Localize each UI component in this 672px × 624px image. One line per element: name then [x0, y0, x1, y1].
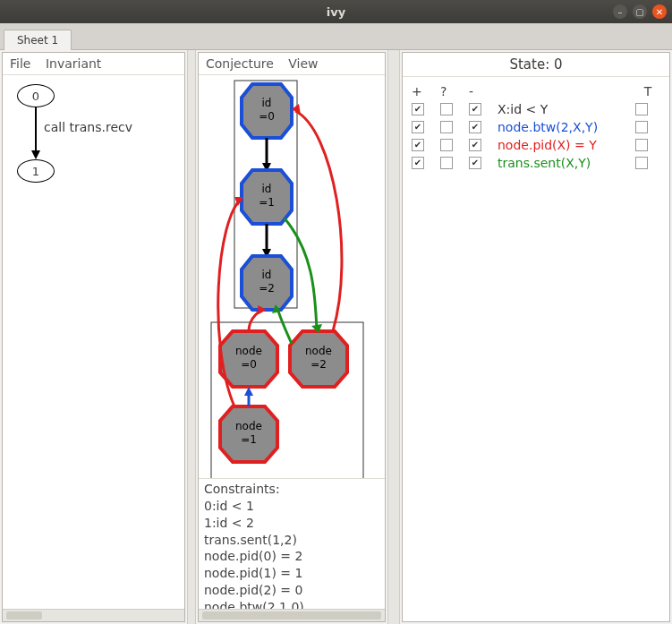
sash-left-mid[interactable] — [187, 50, 196, 624]
constraint-line: node.pid(2) = 0 — [204, 582, 379, 599]
checkbox-q[interactable] — [440, 157, 453, 169]
id-node-2[interactable]: id =2 — [242, 256, 292, 310]
maximize-button[interactable]: ▢ — [633, 4, 647, 19]
checkbox-minus[interactable] — [469, 157, 481, 169]
prop-header: + ? - T — [406, 82, 666, 100]
left-menubar: File Invariant — [3, 53, 184, 75]
checkbox-t[interactable] — [635, 157, 648, 169]
checkbox-t[interactable] — [635, 121, 648, 133]
svg-text:=0: =0 — [259, 110, 275, 123]
checkbox-plus[interactable] — [412, 139, 424, 151]
prop-label[interactable]: node.btw(2,X,Y) — [498, 120, 632, 134]
trace-graph: 0 call trans.recv 1 — [3, 75, 184, 620]
titlebar: ivy – ▢ ✕ — [0, 0, 672, 23]
svg-text:=0: =0 — [241, 358, 257, 371]
trace-node-1[interactable]: 1 — [17, 159, 55, 183]
checkbox-q[interactable] — [440, 103, 453, 115]
tab-sheet-1[interactable]: Sheet 1 — [4, 30, 72, 50]
checkbox-plus[interactable] — [412, 103, 424, 115]
checkbox-minus[interactable] — [469, 139, 481, 151]
constraint-line: node.pid(0) = 2 — [204, 548, 379, 565]
col-t: T — [635, 84, 660, 98]
svg-text:=2: =2 — [259, 282, 275, 295]
checkbox-plus[interactable] — [412, 121, 424, 133]
checkbox-q[interactable] — [440, 121, 453, 133]
id-node-1[interactable]: id =1 — [242, 170, 292, 224]
constraint-line: trans.sent(1,2) — [204, 532, 379, 549]
tabbar: Sheet 1 — [0, 23, 672, 50]
ring-node-2[interactable]: node =2 — [290, 331, 347, 387]
svg-text:id: id — [262, 183, 272, 195]
svg-text:=1: =1 — [241, 433, 257, 446]
ring-node-0[interactable]: node =0 — [220, 331, 277, 387]
prop-row: X:id < Y — [406, 100, 666, 118]
checkbox-t[interactable] — [635, 103, 648, 115]
prop-label[interactable]: node.pid(X) = Y — [498, 138, 632, 152]
constraint-line: node.pid(1) = 1 — [204, 565, 379, 582]
svg-text:node: node — [235, 345, 262, 357]
checkbox-t[interactable] — [635, 139, 648, 151]
prop-label[interactable]: trans.sent(X,Y) — [498, 156, 632, 170]
ring-node-1[interactable]: node =1 — [220, 406, 277, 462]
col-minus: - — [469, 84, 494, 98]
left-hscrollbar[interactable] — [3, 609, 184, 621]
checkbox-plus[interactable] — [412, 157, 424, 169]
trace-node-0[interactable]: 0 — [17, 84, 55, 107]
constraints-panel: Constraints: 0:id < 1 1:id < 2 trans.sen… — [199, 478, 385, 621]
svg-text:id: id — [262, 97, 272, 109]
constraints-title: Constraints: — [204, 481, 379, 498]
menu-invariant[interactable]: Invariant — [46, 56, 101, 71]
checkbox-minus[interactable] — [469, 103, 481, 115]
close-button[interactable]: ✕ — [652, 4, 667, 19]
checkbox-q[interactable] — [440, 139, 453, 151]
prop-label[interactable]: X:id < Y — [498, 102, 632, 116]
trace-edge-label: call trans.recv — [44, 120, 132, 134]
checkbox-minus[interactable] — [469, 121, 481, 133]
svg-text:=2: =2 — [310, 358, 327, 371]
prop-table: + ? - T X:id < Y node.btw(2,X,Y) — [403, 77, 669, 177]
svg-text:node: node — [305, 345, 332, 357]
prop-row: trans.sent(X,Y) — [406, 154, 666, 172]
menu-view[interactable]: View — [288, 56, 318, 71]
model-svg: id =0 id =1 id =2 — [199, 75, 378, 478]
minimize-button[interactable]: – — [613, 4, 627, 19]
menu-file[interactable]: File — [10, 56, 30, 71]
mid-menubar: Conjecture View — [199, 53, 385, 75]
constraint-line: 1:id < 2 — [204, 515, 379, 532]
model-diagram[interactable]: id =0 id =1 id =2 — [199, 75, 385, 478]
main-content: File Invariant 0 call trans.recv 1 Conje… — [0, 50, 672, 624]
left-pane: File Invariant 0 call trans.recv 1 — [2, 52, 185, 622]
prop-row: node.pid(X) = Y — [406, 136, 666, 154]
right-pane: State: 0 + ? - T X:id < Y node.btw(2,X, — [402, 52, 670, 622]
svg-text:id: id — [262, 269, 272, 281]
sash-mid-right[interactable] — [387, 50, 400, 624]
svg-text:=1: =1 — [259, 196, 275, 209]
mid-hscrollbar[interactable] — [199, 609, 385, 621]
svg-text:node: node — [235, 420, 262, 432]
state-header: State: 0 — [403, 53, 669, 77]
col-plus: + — [412, 84, 437, 98]
window-title: ivy — [327, 5, 345, 19]
constraint-line: 0:id < 1 — [204, 498, 379, 515]
menu-conjecture[interactable]: Conjecture — [206, 56, 274, 71]
mid-pane: Conjecture View id =0 — [198, 52, 386, 622]
id-node-0[interactable]: id =0 — [242, 84, 292, 138]
col-q: ? — [440, 84, 465, 98]
prop-row: node.btw(2,X,Y) — [406, 118, 666, 136]
